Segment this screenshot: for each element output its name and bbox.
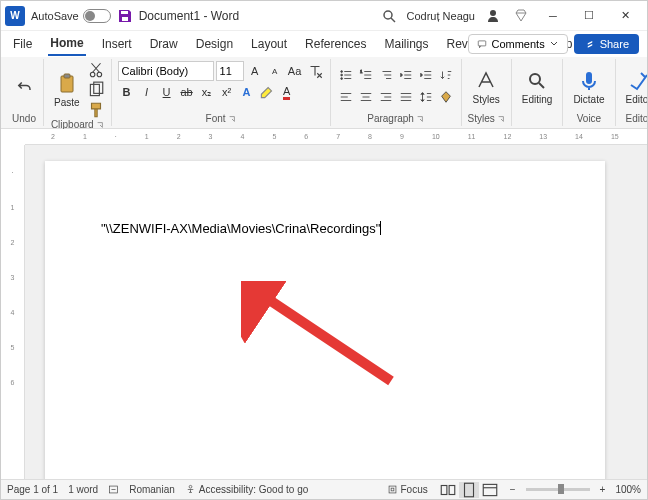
- read-mode-button[interactable]: [438, 482, 458, 498]
- increase-indent-button[interactable]: [417, 66, 435, 84]
- dialog-launcher-icon[interactable]: [497, 115, 505, 123]
- page-indicator[interactable]: Page 1 of 1: [7, 484, 58, 495]
- dictate-label: Dictate: [573, 94, 604, 105]
- dictate-button[interactable]: Dictate: [569, 67, 608, 107]
- zoom-slider[interactable]: [526, 488, 590, 491]
- share-button[interactable]: Share: [574, 34, 639, 54]
- svg-text:1: 1: [359, 69, 362, 74]
- undo-group-label: Undo: [12, 113, 36, 124]
- maximize-button[interactable]: ☐: [571, 2, 607, 30]
- paste-button[interactable]: Paste: [50, 70, 84, 110]
- zoom-in-button[interactable]: +: [600, 484, 606, 495]
- editor-button[interactable]: Editor: [622, 67, 648, 107]
- font-color-button[interactable]: A: [278, 83, 296, 101]
- save-icon[interactable]: [117, 8, 133, 24]
- ribbon-group-paragraph: 1 Paragraph: [331, 59, 462, 126]
- ribbon-group-styles: Styles Styles: [462, 59, 512, 126]
- ribbon-group-font: A A Aa B I U ab x₂ x² A A Font: [112, 59, 331, 126]
- text-effects-button[interactable]: A: [238, 83, 256, 101]
- search-icon[interactable]: [381, 8, 397, 24]
- align-right-button[interactable]: [377, 88, 395, 106]
- change-case-button[interactable]: Aa: [286, 62, 304, 80]
- spellcheck-icon[interactable]: [108, 484, 119, 495]
- focus-label: Focus: [401, 484, 428, 495]
- svg-rect-22: [449, 485, 455, 494]
- svg-rect-23: [464, 483, 473, 497]
- align-center-button[interactable]: [357, 88, 375, 106]
- zoom-out-button[interactable]: −: [510, 484, 516, 495]
- bold-button[interactable]: B: [118, 83, 136, 101]
- minimize-button[interactable]: ─: [535, 2, 571, 30]
- ribbon-group-editor: Editor Editor: [616, 59, 648, 126]
- clear-formatting-button[interactable]: [306, 62, 324, 80]
- comments-button[interactable]: Comments: [468, 34, 567, 54]
- svg-rect-2: [479, 41, 487, 46]
- word-app-icon: W: [5, 6, 25, 26]
- tab-file[interactable]: File: [11, 33, 34, 55]
- underline-button[interactable]: U: [158, 83, 176, 101]
- horizontal-ruler[interactable]: 21·123456789101112131415: [25, 129, 647, 145]
- premium-diamond-icon[interactable]: [513, 8, 529, 24]
- highlight-button[interactable]: [258, 83, 276, 101]
- shading-button[interactable]: [437, 88, 455, 106]
- zoom-level[interactable]: 100%: [615, 484, 641, 495]
- tab-draw[interactable]: Draw: [148, 33, 180, 55]
- dialog-launcher-icon[interactable]: [416, 115, 424, 123]
- shrink-font-button[interactable]: A: [266, 62, 284, 80]
- numbering-button[interactable]: 1: [357, 66, 375, 84]
- decrease-indent-button[interactable]: [397, 66, 415, 84]
- chevron-down-icon: [549, 39, 559, 49]
- autosave-toggle[interactable]: AutoSave: [31, 9, 111, 23]
- bullets-button[interactable]: [337, 66, 355, 84]
- tab-references[interactable]: References: [303, 33, 368, 55]
- dialog-launcher-icon[interactable]: [96, 121, 104, 129]
- strikethrough-button[interactable]: ab: [178, 83, 196, 101]
- subscript-button[interactable]: x₂: [198, 83, 216, 101]
- justify-button[interactable]: [397, 88, 415, 106]
- format-painter-button[interactable]: [87, 101, 105, 119]
- editing-button[interactable]: Editing: [518, 67, 557, 107]
- user-avatar-icon[interactable]: [485, 8, 501, 24]
- tab-mailings[interactable]: Mailings: [382, 33, 430, 55]
- cut-button[interactable]: [87, 61, 105, 79]
- svg-rect-20: [391, 488, 394, 491]
- tab-insert[interactable]: Insert: [100, 33, 134, 55]
- styles-button[interactable]: Styles: [469, 67, 504, 107]
- accessibility-status[interactable]: Accessibility: Good to go: [185, 484, 309, 495]
- grow-font-button[interactable]: A: [246, 62, 264, 80]
- document-body-text[interactable]: "\\ZENWIFI-AX\Media\Movies\Crina\Recordi…: [101, 221, 380, 236]
- voice-group-label: Voice: [577, 113, 601, 124]
- tab-design[interactable]: Design: [194, 33, 235, 55]
- document-title: Document1 - Word: [139, 9, 239, 23]
- undo-button[interactable]: [11, 76, 37, 98]
- sort-button[interactable]: [437, 66, 455, 84]
- font-size-select[interactable]: [216, 61, 244, 81]
- vertical-ruler[interactable]: ·123456: [1, 145, 25, 479]
- editor-label: Editor: [626, 94, 648, 105]
- copy-button[interactable]: [87, 81, 105, 99]
- font-name-select[interactable]: [118, 61, 214, 81]
- line-spacing-button[interactable]: [417, 88, 435, 106]
- tab-layout[interactable]: Layout: [249, 33, 289, 55]
- italic-button[interactable]: I: [138, 83, 156, 101]
- tab-home[interactable]: Home: [48, 32, 85, 56]
- word-count[interactable]: 1 word: [68, 484, 98, 495]
- web-layout-button[interactable]: [480, 482, 500, 498]
- svg-point-5: [90, 72, 95, 77]
- svg-point-9: [340, 71, 342, 73]
- close-button[interactable]: ✕: [607, 2, 643, 30]
- comments-label: Comments: [491, 38, 544, 50]
- toggle-off-icon[interactable]: [83, 9, 111, 23]
- multilevel-list-button[interactable]: [377, 66, 395, 84]
- focus-mode-button[interactable]: Focus: [387, 484, 428, 495]
- print-layout-button[interactable]: [459, 482, 479, 498]
- superscript-button[interactable]: x²: [218, 83, 236, 101]
- svg-rect-24: [483, 484, 497, 495]
- align-left-button[interactable]: [337, 88, 355, 106]
- paragraph-group-label: Paragraph: [367, 113, 414, 124]
- dialog-launcher-icon[interactable]: [228, 115, 236, 123]
- language-indicator[interactable]: Romanian: [129, 484, 175, 495]
- document-page[interactable]: "\\ZENWIFI-AX\Media\Movies\Crina\Recordi…: [45, 161, 605, 479]
- page-scroll-area[interactable]: "\\ZENWIFI-AX\Media\Movies\Crina\Recordi…: [25, 145, 647, 479]
- text-cursor: [380, 221, 381, 235]
